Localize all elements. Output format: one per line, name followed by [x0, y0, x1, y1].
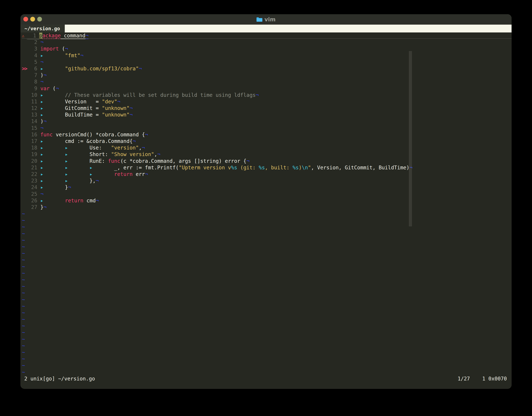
tab-marker-icon: ▸ — [40, 92, 65, 98]
tilde-marker: ~ — [22, 356, 25, 362]
eol-marker-icon: ¬ — [56, 85, 59, 92]
tilde-line: ~ — [22, 217, 512, 224]
line-number: 3 — [28, 46, 40, 52]
vim-command-line — [22, 382, 512, 389]
code-line: 18▸ ▸ Use: "version",¬ — [22, 145, 512, 151]
eol-marker-icon: ¬ — [157, 151, 160, 157]
close-button[interactable] — [23, 17, 28, 21]
tilde-line: ~ — [22, 310, 512, 316]
tilde-marker: ~ — [22, 349, 25, 355]
line-number: 21 — [28, 164, 40, 171]
tab-bar: ~/version.go — [20, 25, 512, 32]
scrollbar-thumb[interactable] — [409, 51, 412, 227]
code-line: 14)¬ — [22, 118, 512, 125]
eol-marker-icon: ¬ — [145, 171, 148, 177]
eol-marker-icon: ¬ — [43, 118, 47, 124]
warning-icon: ⚠ — [22, 32, 27, 39]
tilde-line: ~ — [22, 356, 512, 362]
eol-marker-icon: ¬ — [85, 33, 88, 39]
line-text: ▸ "fmt"¬ — [40, 53, 83, 58]
tilde-line: ~ — [22, 369, 512, 376]
code-line: 19▸ ▸ Short: "Show version",¬ — [22, 151, 512, 158]
line-number: 17 — [28, 138, 40, 145]
eol-marker-icon: ¬ — [130, 112, 133, 118]
tilde-line: ~ — [22, 270, 512, 276]
code-line: 26▸ return cmd¬ — [22, 198, 512, 204]
line-number: 9 — [28, 85, 40, 92]
tilde-marker: ~ — [22, 323, 25, 329]
terminal-window: vim ~/version.go ⚠1package command¬2¬3im… — [20, 14, 512, 389]
tab-marker-icon: ▸ — [40, 145, 65, 151]
line-text: ▸ }¬ — [40, 184, 71, 190]
window-titlebar[interactable]: vim — [20, 14, 512, 25]
eol-marker-icon: ¬ — [142, 145, 145, 151]
eol-marker-icon: ¬ — [40, 191, 43, 197]
code-line: 15¬ — [22, 125, 512, 132]
traffic-lights — [23, 17, 42, 21]
line-text: ¬ — [40, 125, 43, 131]
line-text: ¬ — [40, 79, 43, 85]
tab-marker-icon: ▸ — [40, 165, 65, 171]
tilde-marker: ~ — [22, 244, 25, 250]
eol-marker-icon: ¬ — [40, 125, 43, 131]
line-number: 16 — [28, 132, 40, 138]
tilde-line: ~ — [22, 230, 512, 237]
tilde-line: ~ — [22, 336, 512, 342]
tilde-marker: ~ — [22, 297, 25, 303]
code-line: ⚠1package command¬ — [22, 32, 512, 39]
line-text: ▸ BuildTime = "unknown"¬ — [40, 112, 133, 118]
eol-marker-icon: ¬ — [256, 92, 259, 98]
code-line: 22▸ ▸ ▸ return err¬ — [22, 171, 512, 178]
tab-marker-icon: ▸ — [40, 198, 65, 204]
tilde-marker: ~ — [22, 277, 25, 283]
code-line: 11▸ Version = "dev"¬ — [22, 98, 512, 105]
tilde-line: ~ — [22, 210, 512, 217]
eol-marker-icon: ¬ — [96, 178, 99, 184]
line-text: ▸ return cmd¬ — [40, 198, 99, 204]
tilde-marker: ~ — [22, 316, 25, 322]
tilde-marker: ~ — [22, 310, 25, 316]
line-text: )¬ — [40, 118, 47, 124]
code-line: 12▸ GitCommit = "unknown"¬ — [22, 105, 512, 112]
tab-marker-icon: ▸ — [40, 53, 65, 58]
tab-marker-icon: ▸ — [40, 112, 65, 118]
title-group: vim — [256, 16, 275, 23]
eol-marker-icon: ¬ — [43, 72, 47, 78]
eol-marker-icon: ¬ — [43, 204, 47, 210]
tilde-line: ~ — [22, 316, 512, 323]
code-line: 20▸ ▸ RunE: func(c *cobra.Command, args … — [22, 158, 512, 164]
tilde-line: ~ — [22, 349, 512, 356]
eol-marker-icon: ¬ — [68, 184, 71, 190]
tilde-marker: ~ — [22, 283, 25, 289]
tab-marker-icon: ▸ — [65, 171, 90, 177]
code-line: 10▸ // These variables will be set durin… — [22, 92, 512, 98]
code-line: 16func versionCmd() *cobra.Command {¬ — [22, 132, 512, 138]
tilde-line: ~ — [22, 303, 512, 310]
tilde-line: ~ — [22, 296, 512, 303]
tab-marker-icon: ▸ — [90, 165, 114, 171]
eol-marker-icon: ¬ — [130, 105, 133, 111]
vim-buffer[interactable]: ⚠1package command¬2¬3import (¬4▸ "fmt"¬5… — [20, 32, 512, 389]
eol-marker-icon: ¬ — [40, 39, 43, 45]
zoom-button[interactable] — [37, 17, 42, 21]
line-text: ¬ — [40, 59, 43, 65]
line-text: ▸ ▸ Short: "Show version",¬ — [40, 151, 160, 157]
tilde-marker: ~ — [22, 224, 25, 230]
tab-marker-icon: ▸ — [65, 145, 90, 151]
code-line: 8¬ — [22, 79, 512, 85]
tab-marker-icon: ▸ — [40, 184, 65, 190]
line-text: ▸ ▸ RunE: func(c *cobra.Command, args []… — [40, 158, 249, 164]
line-text: package command¬ — [39, 33, 88, 39]
tilde-line: ~ — [22, 323, 512, 329]
minimize-button[interactable] — [30, 17, 35, 21]
change-marker-icon: >> — [22, 66, 28, 72]
window-title: vim — [264, 16, 275, 23]
tab-marker-icon: ▸ — [65, 165, 90, 171]
line-text: ▸ ▸ },¬ — [40, 178, 99, 184]
tab-version-go[interactable]: ~/version.go — [20, 25, 65, 32]
tab-marker-icon: ▸ — [65, 158, 90, 164]
tab-marker-icon: ▸ — [40, 171, 65, 177]
code-line: 3import (¬ — [22, 46, 512, 52]
tilde-line: ~ — [22, 342, 512, 349]
line-number: 8 — [28, 79, 40, 85]
